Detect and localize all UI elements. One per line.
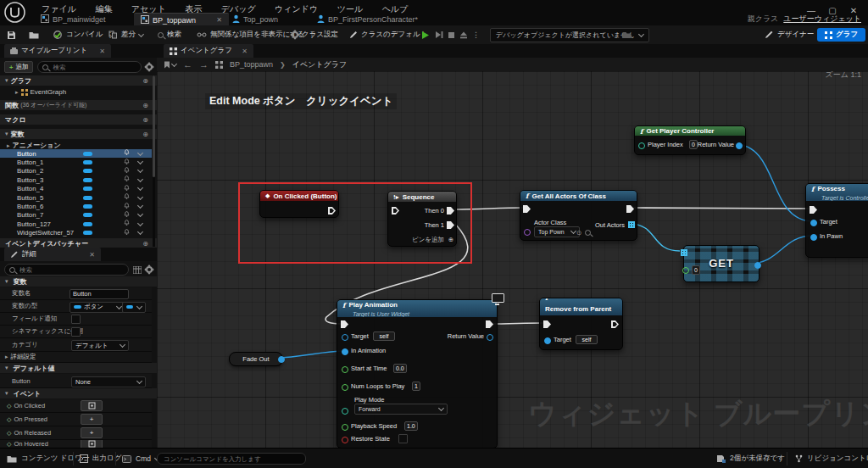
class-settings-button[interactable]: クラス設定 <box>292 25 338 44</box>
diff-button[interactable]: 差分 <box>108 25 143 44</box>
eye-closed-icon[interactable] <box>137 194 143 200</box>
variable-row[interactable]: Button_6 <box>0 202 152 210</box>
breadcrumb-root[interactable]: BP_toppawn <box>230 60 273 69</box>
details-search-box[interactable] <box>4 264 129 276</box>
tab-close-icon[interactable]: ✕ <box>242 47 248 55</box>
eventgraph-tab[interactable]: イベントグラフ ✕ <box>164 44 253 58</box>
gear-icon[interactable] <box>146 64 153 70</box>
exec-out-pin[interactable] <box>328 207 336 214</box>
macro-section-header[interactable]: マクロ⊕ <box>0 114 157 125</box>
doc-tab-top-pown[interactable]: Top_pown <box>225 13 285 25</box>
restore-state-checkbox[interactable] <box>398 434 408 443</box>
add-graph-icon[interactable]: ⊕ <box>142 77 148 85</box>
eye-closed-icon[interactable] <box>137 185 143 191</box>
variables-section-header[interactable]: ▾変数⊕ <box>0 129 157 139</box>
browse-icon[interactable] <box>585 230 591 236</box>
node-on-clicked[interactable]: ◆On Clicked (Button) <box>259 190 339 218</box>
array-in-pin[interactable] <box>681 249 687 256</box>
node-play-animation[interactable]: fPlay Animation Target is User Widget Ta… <box>337 299 498 448</box>
category-dropdown[interactable]: デフォルト <box>71 340 129 351</box>
num-loops-pin[interactable] <box>342 384 348 391</box>
node-possess[interactable]: fPossess Target is Controller Target In … <box>805 183 868 258</box>
variable-row[interactable]: Button_5 <box>0 193 152 202</box>
index-pin[interactable] <box>682 267 689 274</box>
sidebar-scrollbar[interactable] <box>153 75 155 247</box>
gear-icon[interactable] <box>146 266 153 273</box>
save-button[interactable] <box>7 25 16 44</box>
variable-row[interactable]: Button_7 <box>0 211 152 220</box>
frame-skip-button[interactable] <box>435 25 443 44</box>
start-at-time-pin[interactable] <box>342 366 348 373</box>
variable-row[interactable]: Button_3 <box>0 176 152 184</box>
bell-icon[interactable] <box>124 211 130 220</box>
in-pawn-pin[interactable] <box>810 234 817 241</box>
blueprint-search-input[interactable] <box>51 63 136 72</box>
node-get-player-controller[interactable]: fGet Player Controller Player Index 0 Re… <box>634 125 746 155</box>
variable-row[interactable]: WidgetSwitcher_57 <box>0 229 152 237</box>
element-out-pin[interactable] <box>754 262 761 269</box>
exec-out-pin[interactable] <box>626 205 634 213</box>
actor-class-pin[interactable] <box>524 229 531 236</box>
add-event-button[interactable]: + <box>81 414 103 425</box>
tab-close-icon[interactable]: ✕ <box>216 16 222 24</box>
variable-type-dropdown[interactable]: ボタン <box>70 302 125 313</box>
variable-row[interactable]: Button_2 <box>0 167 152 176</box>
bell-icon[interactable] <box>124 203 130 211</box>
eye-closed-icon[interactable] <box>137 229 143 235</box>
bell-icon[interactable] <box>124 229 130 237</box>
variable-row[interactable]: Button_4 <box>0 185 152 193</box>
add-macro-icon[interactable]: ⊕ <box>142 116 148 124</box>
debug-browse-button[interactable] <box>622 25 632 44</box>
add-dispatcher-icon[interactable]: ⊕ <box>142 240 148 248</box>
add-pin-icon[interactable]: ⊕ <box>448 236 453 243</box>
eventgraph-item[interactable]: ▸ EventGraph <box>0 87 167 97</box>
field-notify-checkbox[interactable] <box>71 315 81 324</box>
unsaved-status[interactable]: 2個が未保存です <box>716 448 785 468</box>
details-search-input[interactable] <box>18 265 124 275</box>
eye-closed-icon[interactable] <box>137 159 143 164</box>
functions-section-header[interactable]: 関数 (36 オーバーライド可能)⊕ <box>0 100 157 110</box>
cinematics-checkbox[interactable] <box>71 327 81 337</box>
bell-icon[interactable] <box>124 185 130 193</box>
designer-button[interactable]: デザイナー <box>765 25 814 44</box>
scrollbar-thumb[interactable] <box>153 75 155 177</box>
graph-section-header[interactable]: ▾グラフ⊕ <box>0 75 157 86</box>
play-mode-pin[interactable] <box>342 408 348 415</box>
add-button[interactable]: + 追加 <box>4 61 33 73</box>
bell-icon[interactable] <box>124 176 130 184</box>
panel-close-icon[interactable]: ✕ <box>89 251 95 259</box>
bell-icon[interactable] <box>124 167 130 176</box>
node-remove-from-parent[interactable]: fRemove from Parent Target is Widget Tar… <box>539 298 623 350</box>
eye-closed-icon[interactable] <box>137 176 143 182</box>
bell-icon[interactable] <box>124 220 130 228</box>
then0-pin[interactable] <box>447 207 454 214</box>
animation-out-pin[interactable] <box>278 356 285 363</box>
panel-close-icon[interactable]: ✕ <box>99 47 105 55</box>
play-button[interactable] <box>420 25 430 44</box>
breadcrumb-leaf[interactable]: イベントグラフ <box>292 59 347 70</box>
exec-in-pin[interactable] <box>810 206 817 214</box>
player-index-pin[interactable] <box>638 142 645 149</box>
eye-closed-icon[interactable] <box>137 167 143 173</box>
add-event-button[interactable]: + <box>81 427 103 438</box>
return-value-pin[interactable] <box>487 334 493 341</box>
exec-out-pin[interactable] <box>486 320 493 328</box>
class-defaults-button[interactable]: クラスのデフォルト <box>349 25 427 44</box>
target-pin[interactable] <box>342 334 348 341</box>
eye-closed-icon[interactable] <box>137 211 143 217</box>
return-value-pin[interactable] <box>736 142 743 149</box>
play-options-icon[interactable]: ⋮ <box>472 25 480 44</box>
in-animation-pin[interactable] <box>342 348 348 355</box>
bell-icon[interactable] <box>124 149 130 158</box>
revision-control-button[interactable]: リビジョンコントロール <box>795 448 868 468</box>
doc-tab-bp-firstpersoncharacter[interactable]: BP_FirstPersonCharacter* <box>310 13 425 25</box>
variable-row[interactable]: Button_127 <box>0 220 152 228</box>
details-tab[interactable]: 詳細 ✕ <box>4 248 101 261</box>
node-array-get[interactable]: GET 0 <box>683 245 760 282</box>
actor-class-dropdown[interactable]: Top Pown <box>534 226 580 237</box>
restore-state-pin[interactable] <box>342 437 348 443</box>
use-selected-icon[interactable]: ⊙ <box>576 229 581 237</box>
doc-tab-bp-toppawn[interactable]: BP_toppawn ✕ <box>134 13 229 26</box>
find-button[interactable]: 検索 <box>158 25 181 44</box>
exec-in-pin[interactable] <box>341 320 348 328</box>
